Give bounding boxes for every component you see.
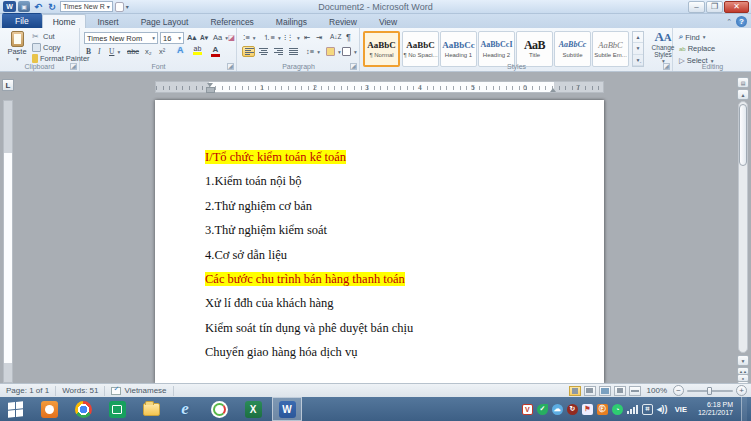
clock[interactable]: 6:18 PM 12/21/2017 [694, 401, 737, 417]
line-spacing-button[interactable]: ↕≡▾ [306, 47, 320, 56]
find-button[interactable]: ⌕ Find▾ [679, 32, 706, 42]
tray-antivirus-icon[interactable]: V [522, 404, 533, 415]
tab-home[interactable]: Home [42, 14, 87, 28]
grow-font-button[interactable]: A▴ [187, 33, 196, 42]
style-heading-1[interactable]: AaBbCc Heading 1 [440, 31, 477, 67]
italic-button[interactable]: I [98, 47, 101, 56]
save-button[interactable]: ▣ [18, 1, 30, 12]
redo-button[interactable]: ↻ [46, 1, 58, 12]
text-effects-button[interactable]: A [177, 45, 184, 55]
document-line[interactable]: Các bước chu trình bán hàng thanh toán [205, 270, 604, 294]
taskbar-excel[interactable]: X [238, 397, 268, 421]
scrollbar-track[interactable] [738, 101, 748, 353]
document-line[interactable]: Xử lí đđh của khách hàng [205, 294, 604, 318]
show-paragraph-marks-button[interactable]: ¶ [346, 32, 351, 42]
right-indent-marker[interactable] [550, 88, 556, 92]
minimize-ribbon-icon[interactable]: ⌃ [726, 18, 732, 26]
taskbar-store[interactable] [102, 397, 132, 421]
maximize-button[interactable]: ❐ [706, 1, 723, 13]
ruler-toggle-button[interactable]: ▤ [737, 77, 749, 88]
outline-view-button[interactable] [614, 386, 626, 396]
tab-page-layout[interactable]: Page Layout [130, 14, 200, 28]
qat-font-name-box[interactable]: Times New R ▾ [60, 1, 113, 12]
taskbar-coccoc[interactable] [204, 397, 234, 421]
language-indicator[interactable]: VIE [672, 405, 690, 414]
borders-button[interactable]: ▾ [342, 47, 357, 56]
decrease-indent-button[interactable]: ⇤ [304, 33, 310, 42]
document-line[interactable]: 2.Thử nghiệm cơ bản [205, 197, 604, 221]
tray-shield-icon[interactable]: ✓ [537, 404, 548, 415]
highlight-color-button[interactable]: ab [193, 45, 202, 55]
cut-button[interactable]: ✂ Cut [32, 32, 55, 41]
taskbar-internet-explorer[interactable]: e [170, 397, 200, 421]
strikethrough-button[interactable]: abc [127, 47, 139, 56]
font-dialog-launcher[interactable]: ◢ [227, 63, 234, 70]
undo-button[interactable]: ↶ [32, 1, 44, 12]
page-indicator[interactable]: Page: 1 of 1 [0, 386, 56, 396]
paste-button[interactable]: Paste ▾ [4, 31, 30, 67]
qat-customize-arrow[interactable]: ▾ [126, 3, 129, 10]
styles-dialog-launcher[interactable]: ◢ [663, 63, 670, 70]
gallery-scroll-down[interactable]: ▼ [633, 43, 643, 54]
proofing-status[interactable]: Vietnamese [105, 386, 173, 396]
start-button[interactable] [0, 397, 30, 421]
vertical-ruler[interactable] [3, 100, 13, 383]
numbering-button[interactable]: ⒈≡▾ [263, 33, 281, 43]
word-count[interactable]: Words: 51 [56, 386, 105, 396]
document-line[interactable]: I/Tổ chức kiểm toán kế toán [205, 148, 604, 172]
fullscreen-reading-view-button[interactable] [584, 386, 596, 396]
sort-button[interactable]: A↓Z [330, 33, 342, 40]
style-title[interactable]: AaB Title [516, 31, 553, 67]
font-size-combo[interactable]: 16 ▾ [160, 32, 184, 44]
font-name-combo[interactable]: Times New Rom ▾ [84, 32, 158, 44]
zoom-level[interactable]: 100% [647, 386, 667, 395]
speaker-icon[interactable]: ◂)) [657, 404, 668, 415]
document-line[interactable]: 1.Kiểm toán nội bộ [205, 172, 604, 196]
justify-button[interactable] [287, 46, 300, 57]
gallery-scroll-up[interactable]: ▲ [633, 32, 643, 43]
document-line[interactable]: 3.Thử nghiệm kiểm soát [205, 221, 604, 245]
left-indent-marker[interactable] [206, 83, 213, 93]
shading-button[interactable]: ▾ [326, 47, 341, 56]
document-line[interactable]: Kiểm soát tín dụng và phê duyệt bán chịu [205, 319, 604, 343]
scroll-down-arrow[interactable]: ▼ [737, 355, 749, 366]
align-right-button[interactable] [272, 46, 285, 57]
subscript-button[interactable]: x₂ [145, 47, 152, 56]
tab-insert[interactable]: Insert [86, 14, 129, 28]
style-subtitle[interactable]: AaBbCc Subtitle [554, 31, 591, 67]
shrink-font-button[interactable]: A▾ [200, 34, 208, 42]
superscript-button[interactable]: x² [159, 47, 165, 56]
tab-stop-selector[interactable]: L [2, 79, 14, 91]
tab-review[interactable]: Review [318, 14, 368, 28]
tab-file[interactable]: File [2, 13, 42, 28]
style-heading-2[interactable]: AaBbCcI Heading 2 [478, 31, 515, 67]
draft-view-button[interactable] [629, 386, 641, 396]
close-button[interactable]: ✕ [724, 1, 749, 13]
tab-mailings[interactable]: Mailings [265, 14, 318, 28]
print-layout-view-button[interactable] [569, 386, 581, 396]
zoom-in-button[interactable]: + [736, 385, 747, 396]
horizontal-ruler[interactable]: 1 2 3 4 5 6 7 [155, 81, 604, 93]
tab-references[interactable]: References [199, 14, 264, 28]
bold-button[interactable]: B [86, 47, 91, 56]
increase-indent-button[interactable]: ⇥ [316, 33, 322, 42]
clear-formatting-button[interactable]: ◪ [228, 33, 235, 42]
zoom-out-button[interactable]: − [673, 385, 684, 396]
scroll-up-arrow[interactable]: ▲ [737, 89, 749, 100]
signal-bars-icon[interactable] [627, 404, 638, 414]
change-case-button[interactable]: Aa▾ [213, 33, 228, 42]
bullets-button[interactable]: ⁚≡▾ [243, 33, 256, 42]
word-logo-icon[interactable]: W [3, 1, 16, 12]
clipboard-dialog-launcher[interactable]: ◢ [70, 63, 77, 70]
tray-update-icon[interactable]: ↻ [567, 404, 578, 415]
tab-view[interactable]: View [368, 14, 408, 28]
font-color-button[interactable]: A [211, 45, 220, 57]
display-connect-icon[interactable]: ⌗ [642, 404, 653, 415]
underline-button[interactable]: U▾ [109, 47, 120, 56]
zoom-slider-track[interactable] [687, 390, 733, 392]
taskbar-file-explorer[interactable] [136, 397, 166, 421]
zoom-slider-thumb[interactable] [707, 387, 712, 395]
replace-button[interactable]: ab Replace [679, 44, 715, 53]
tray-action-center-flag-icon[interactable]: ⚑ [582, 404, 593, 415]
taskbar-word-active[interactable]: W [272, 397, 302, 421]
